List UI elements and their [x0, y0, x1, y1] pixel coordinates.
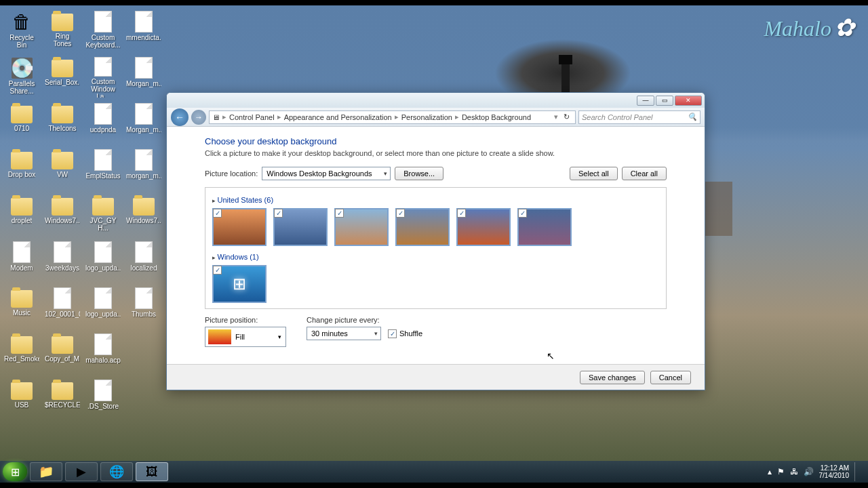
desktop-icon[interactable]: USB [4, 378, 39, 422]
folder-icon [11, 106, 33, 123]
minimize-button[interactable]: — [637, 96, 654, 106]
breadcrumb[interactable]: 🖥 ▸ Control Panel ▸ Appearance and Perso… [209, 110, 576, 124]
wallpaper-thumb-2[interactable] [273, 208, 328, 246]
group-windows[interactable]: Windows (1) [212, 253, 659, 261]
desktop-icon[interactable]: Windows7... [45, 194, 80, 237]
save-changes-button[interactable]: Save changes [580, 371, 645, 384]
taskbar-clock[interactable]: 12:12 AM 7/14/2010 [819, 464, 850, 479]
icon-label: 0710 [14, 125, 29, 132]
desktop-icon[interactable]: localized [126, 240, 161, 283]
show-desktop-button[interactable] [854, 462, 860, 481]
desktop-icon[interactable]: .DS_Store [85, 378, 121, 422]
wallpaper-thumb-6[interactable] [517, 208, 572, 246]
back-button[interactable]: ← [171, 108, 189, 126]
desktop-icon[interactable]: Serial_Box... [45, 56, 80, 99]
desktop-icon[interactable]: 💽Parallels Share... [4, 56, 39, 99]
wallpaper-thumb-4[interactable] [395, 208, 450, 246]
tray-network-icon[interactable]: 🖧 [790, 467, 798, 476]
tray-show-hidden-icon[interactable]: ▴ [768, 467, 772, 476]
desktop-icon[interactable]: Custom Window La... [85, 56, 121, 99]
picture-location-label: Picture location: [205, 169, 258, 178]
desktop-icon[interactable]: Copy_of_M... [45, 332, 80, 375]
breadcrumb-icon: 🖥 [212, 113, 220, 121]
desktop-icon[interactable]: mahalo.acp [85, 332, 121, 375]
thumb-checkbox[interactable] [213, 266, 222, 274]
desktop-icon[interactable]: Drop box [4, 148, 39, 191]
breadcrumb-appearance[interactable]: Appearance and Personalization [284, 113, 392, 121]
breadcrumb-control-panel[interactable]: Control Panel [229, 113, 275, 121]
folder-icon [133, 198, 155, 216]
taskbar[interactable]: 📁 ▶ 🌐 🖼 ▴ ⚑ 🖧 🔊 12:12 AM 7/14/2010 [0, 461, 868, 483]
search-input[interactable]: Search Control Panel 🔍 [578, 110, 701, 124]
thumb-checkbox[interactable] [518, 209, 527, 218]
taskbar-explorer[interactable]: 📁 [30, 462, 62, 481]
shuffle-checkbox[interactable]: ✓ Shuffle [388, 329, 422, 338]
desktop-icon[interactable]: Thumbs [126, 286, 161, 329]
wallpaper-thumb-1[interactable] [212, 208, 267, 246]
titlebar[interactable]: — ▭ ✕ [167, 93, 705, 108]
folder-icon [11, 382, 33, 400]
desktop-icon[interactable]: logo_upda... [85, 286, 121, 329]
desktop-icon[interactable]: 3weekdays [45, 240, 80, 283]
thumb-checkbox[interactable] [335, 209, 344, 218]
desktop-icon[interactable]: Custom Keyboard... [85, 9, 121, 53]
desktop-icon[interactable]: EmplStatus [85, 148, 121, 191]
wallpaper-thumb-3[interactable] [334, 208, 389, 246]
tray-flag-icon[interactable]: ⚑ [777, 467, 785, 476]
taskbar-control-panel[interactable]: 🖼 [136, 462, 168, 481]
system-tray[interactable]: ▴ ⚑ 🖧 🔊 12:12 AM 7/14/2010 [768, 462, 866, 481]
browse-button[interactable]: Browse... [395, 167, 443, 180]
tray-volume-icon[interactable]: 🔊 [804, 467, 814, 476]
dialog-footer: Save changes Cancel [167, 364, 705, 390]
desktop-icon[interactable]: TheIcons [45, 102, 80, 145]
desktop-icons: 🗑Recycle Bin💽Parallels Share...0710Drop … [0, 5, 161, 466]
select-all-button[interactable]: Select all [570, 167, 618, 180]
wallpaper-gallery[interactable]: United States (6) Windows (1) [205, 187, 667, 309]
wallpaper-thumb-windows[interactable] [212, 265, 267, 303]
content-area: Choose your desktop background Click a p… [167, 127, 705, 364]
cancel-button[interactable]: Cancel [650, 371, 691, 384]
desktop-icon[interactable]: morgan_m... [126, 148, 161, 191]
desktop-icon[interactable]: ucdpnda [85, 102, 121, 145]
desktop-icon[interactable]: 🗑Recycle Bin [4, 9, 39, 53]
thumb-checkbox[interactable] [396, 209, 405, 218]
desktop-icon[interactable]: logo_upda... [85, 240, 121, 283]
group-united-states[interactable]: United States (6) [212, 196, 659, 204]
file-icon [94, 333, 112, 355]
breadcrumb-desktop-background[interactable]: Desktop Background [462, 113, 531, 121]
forward-button[interactable]: → [191, 110, 206, 125]
icon-label: 102_0001_01 [45, 310, 80, 318]
desktop-icon[interactable]: Music [4, 286, 39, 329]
picture-position-dropdown[interactable]: Fill [205, 327, 286, 347]
start-button[interactable] [3, 462, 27, 481]
desktop-icon[interactable]: JVC_GY H... [85, 194, 121, 237]
taskbar-media-player[interactable]: ▶ [65, 462, 98, 481]
desktop-icon[interactable]: Ring Tones [45, 9, 80, 53]
desktop-icon[interactable]: 102_0001_01 [45, 286, 80, 329]
close-button[interactable]: ✕ [675, 96, 702, 106]
desktop-icon[interactable]: Red_Smoke [4, 332, 39, 375]
desktop-icon[interactable]: droplet [4, 194, 39, 237]
desktop-icon[interactable]: Morgan_m... [126, 102, 161, 145]
desktop-icon[interactable]: Morgan_m... [126, 56, 161, 99]
desktop-icon[interactable]: Modem [4, 240, 39, 283]
file-icon [13, 241, 31, 263]
breadcrumb-personalization[interactable]: Personalization [401, 113, 452, 121]
taskbar-chrome[interactable]: 🌐 [100, 462, 133, 481]
desktop-icon[interactable]: VW [45, 148, 80, 191]
desktop-icon[interactable]: 0710 [4, 102, 39, 145]
change-every-dropdown[interactable]: 30 minutes [307, 327, 381, 340]
thumb-checkbox[interactable] [213, 209, 222, 218]
desktop[interactable]: 🗑Recycle Bin💽Parallels Share...0710Drop … [0, 5, 868, 483]
icon-label: morgan_m... [126, 172, 161, 180]
icon-label: TheIcons [48, 125, 76, 132]
maximize-button[interactable]: ▭ [656, 96, 673, 106]
wallpaper-thumb-5[interactable] [456, 208, 511, 246]
desktop-icon[interactable]: $RECYCLE... [45, 378, 80, 422]
picture-location-dropdown[interactable]: Windows Desktop Backgrounds [262, 167, 391, 180]
desktop-icon[interactable]: Windows7... [126, 194, 161, 237]
clear-all-button[interactable]: Clear all [622, 167, 667, 180]
thumb-checkbox[interactable] [274, 209, 283, 218]
desktop-icon[interactable]: mmendicta... [126, 9, 161, 53]
thumb-checkbox[interactable] [457, 209, 466, 218]
